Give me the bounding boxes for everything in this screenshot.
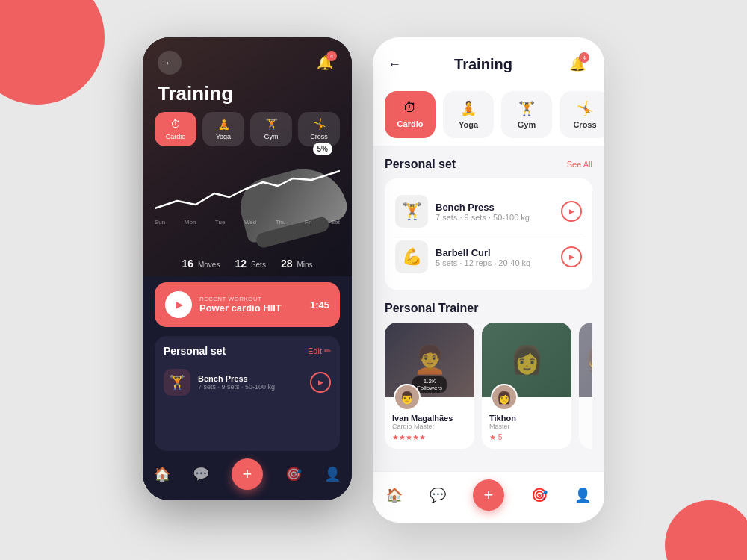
trainer-role-tikhon: Master: [489, 423, 564, 430]
trainer-name-ivan: Ivan Magalhães: [392, 414, 467, 423]
moves-unit: Moves: [198, 261, 220, 269]
trainer-silhouette-tikhon: 👩: [510, 344, 544, 376]
day-mon: Mon: [185, 219, 196, 225]
personal-set-card-light: 🏋 Bench Press 7 sets · 9 sets · 50-100 k…: [385, 178, 592, 290]
trainer-card-tikhon[interactable]: 👩 👩 Tikhon Master ★ 5: [482, 323, 571, 449]
day-fri: Fri: [305, 219, 311, 225]
bench-press-icon-light: 🏋: [395, 195, 428, 228]
mins-value: 28 Mins: [281, 258, 313, 270]
cardio-label: Cardio: [166, 133, 186, 140]
tab-yoga-dark[interactable]: 🧘 Yoga: [202, 112, 244, 146]
personal-set-section-light: Personal set See All 🏋 Bench Press 7 set…: [385, 158, 592, 290]
nav-profile-light[interactable]: 👤: [574, 487, 591, 503]
play-icon-barbell: ▶: [569, 253, 574, 261]
play-small-icon: ▶: [318, 379, 323, 386]
gym-icon: 🏋: [265, 118, 278, 130]
nav-chat-dark[interactable]: 💬: [193, 466, 209, 482]
cross-icon: 🤸: [313, 118, 326, 130]
notification-badge: 4: [326, 51, 337, 61]
moves-value: 16 Moves: [182, 258, 220, 270]
tab-yoga-light[interactable]: 🧘 Yoga: [443, 91, 494, 138]
page-title-light: Training: [454, 56, 512, 73]
trainer-info-c: [579, 397, 592, 421]
tab-cross-light[interactable]: 🤸 Cross: [560, 91, 604, 138]
nav-chat-light[interactable]: 💬: [430, 487, 446, 503]
nav-add-button-light[interactable]: +: [473, 479, 504, 511]
barbell-play-light[interactable]: ▶: [561, 246, 582, 267]
add-icon-light: +: [484, 487, 494, 503]
phones-container: ← 🔔 4 Training ⏱ Cardio 🧘 Yoga: [143, 37, 604, 523]
cross-icon-light: 🤸: [577, 100, 593, 116]
recent-title: Power cardio HIIT: [199, 302, 303, 314]
trainer-card-c[interactable]: 🧑: [579, 323, 592, 449]
trainer-cards-list: 🧑‍🦱 1.2KFollowers 👨 Ivan Magalhães Cardi…: [385, 323, 592, 449]
personal-set-header-dark: Personal set Edit ✏: [164, 345, 331, 357]
exercise-bench-press-dark: 🏋 Bench Press 7 sets · 9 sets · 50-100 k…: [164, 364, 331, 400]
light-header: ← Training 🔔 4: [373, 37, 604, 84]
trainer-avatar-tikhon: 👩: [491, 384, 518, 411]
stat-sets: 12 Sets: [235, 257, 265, 270]
notification-button-light[interactable]: 🔔 4: [565, 52, 589, 76]
nav-home-dark[interactable]: 🏠: [154, 466, 170, 482]
trainer-img-tikhon: 👩 👩: [482, 323, 571, 397]
exercise-barbell-light: 💪 Barbell Curl 5 sets · 12 reps · 20-40 …: [395, 234, 582, 279]
dark-hero: ← 🔔 4 Training ⏱ Cardio 🧘 Yoga: [143, 37, 352, 276]
nav-target-dark[interactable]: 🎯: [285, 466, 302, 482]
bench-press-play-dark[interactable]: ▶: [310, 372, 331, 393]
back-button-light[interactable]: ←: [388, 57, 401, 72]
trainer-silhouette-ivan: 🧑‍🦱: [413, 344, 447, 376]
nav-home-light[interactable]: 🏠: [386, 487, 403, 503]
bench-press-play-light[interactable]: ▶: [561, 201, 582, 222]
nav-profile-dark[interactable]: 👤: [324, 466, 341, 482]
trainer-silhouette-c: 🧑: [585, 344, 593, 376]
personal-set-title-light: Personal set: [385, 158, 456, 171]
tab-cardio-dark[interactable]: ⏱ Cardio: [155, 112, 196, 146]
add-icon-dark: +: [243, 466, 252, 482]
exercise-bench-press-light: 🏋 Bench Press 7 sets · 9 sets · 50-100 k…: [395, 189, 582, 234]
yoga-icon: 🧘: [217, 118, 230, 130]
bench-press-info-dark: Bench Press 7 sets · 9 sets · 50-100 kg: [198, 374, 303, 391]
trainer-role-ivan: Cardio Master: [392, 423, 467, 430]
tab-cross-dark[interactable]: 🤸 Cross: [298, 112, 340, 146]
bench-press-name-dark: Bench Press: [198, 374, 303, 383]
notification-button[interactable]: 🔔 4: [313, 51, 337, 75]
tab-gym-light[interactable]: 🏋 Gym: [501, 91, 552, 138]
play-icon: ▶: [176, 299, 183, 310]
sets-value: 12 Sets: [235, 258, 265, 270]
stat-moves: 16 Moves: [182, 257, 220, 270]
phone-light: ← Training 🔔 4 ⏱ Cardio 🧘 Yoga 🏋 Gym 🤸: [373, 37, 604, 523]
category-tabs-dark: ⏱ Cardio 🧘 Yoga 🏋 Gym 🤸 Cross: [155, 112, 340, 146]
trainer-stars-ivan: ★★★★★: [392, 433, 467, 441]
tab-cardio-light[interactable]: ⏱ Cardio: [385, 91, 436, 138]
see-all-button[interactable]: See All: [567, 160, 592, 169]
trainer-card-ivan[interactable]: 🧑‍🦱 1.2KFollowers 👨 Ivan Magalhães Cardi…: [385, 323, 474, 449]
gym-label: Gym: [264, 133, 279, 140]
progress-chart: [155, 164, 340, 216]
trainer-img-c: 🧑: [579, 323, 592, 397]
day-thu: Thu: [276, 219, 286, 225]
nav-add-button-dark[interactable]: +: [232, 458, 263, 490]
nav-target-light[interactable]: 🎯: [531, 487, 548, 503]
edit-button-dark[interactable]: Edit ✏: [308, 346, 331, 356]
trainer-name-tikhon: Tikhon: [489, 414, 564, 423]
recent-info: RECENT WORKOUT Power cardio HIIT: [199, 296, 303, 314]
trainer-stars-tikhon: ★ 5: [489, 433, 564, 441]
day-wed: Wed: [244, 219, 256, 225]
barbell-name-light: Barbell Curl: [436, 247, 554, 258]
category-tabs-light: ⏱ Cardio 🧘 Yoga 🏋 Gym 🤸 Cross: [373, 84, 604, 146]
cardio-icon-light: ⏱: [403, 100, 417, 116]
dark-bottom: ▶ RECENT WORKOUT Power cardio HIIT 1:45 …: [143, 276, 352, 500]
personal-set-header-light: Personal set See All: [385, 158, 592, 171]
bench-press-info-light: Bench Press 7 sets · 9 sets · 50-100 kg: [436, 202, 554, 222]
dark-header: ← 🔔 4: [143, 37, 352, 75]
tab-gym-dark[interactable]: 🏋 Gym: [250, 112, 292, 146]
bench-press-meta-dark: 7 sets · 9 sets · 50-100 kg: [198, 383, 303, 391]
barbell-info-light: Barbell Curl 5 sets · 12 reps · 20-40 kg: [436, 247, 554, 267]
percent-badge: 5%: [313, 143, 332, 155]
cross-label-light: Cross: [573, 120, 596, 129]
back-button[interactable]: ←: [158, 51, 182, 75]
stats-row: 16 Moves 12 Sets 28 Mins: [143, 257, 352, 270]
recent-workout-card[interactable]: ▶ RECENT WORKOUT Power cardio HIIT 1:45: [155, 282, 340, 327]
play-button-recent[interactable]: ▶: [165, 291, 192, 318]
bg-circle-top: [0, 0, 105, 105]
